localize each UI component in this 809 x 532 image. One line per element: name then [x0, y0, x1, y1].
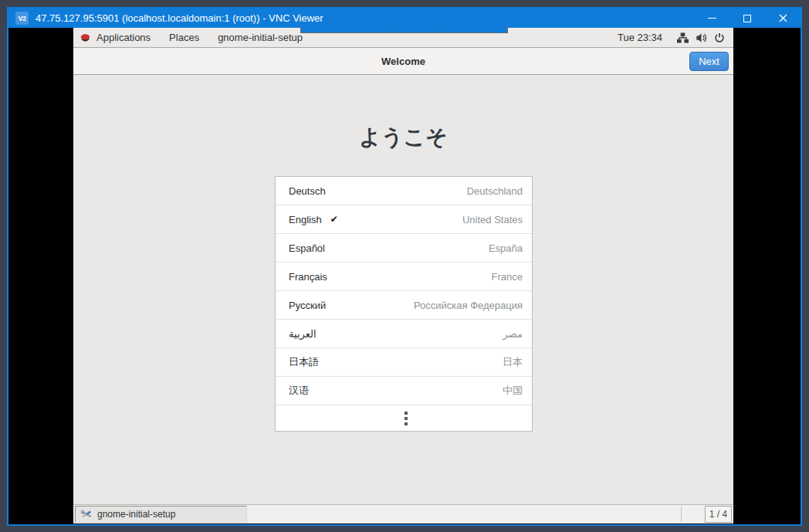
language-name: Deutsch	[289, 185, 326, 197]
language-row[interactable]: РусскийРоссийская Федерация	[276, 291, 532, 320]
power-icon[interactable]	[710, 28, 729, 47]
app-headerbar: Welcome Next	[73, 48, 733, 75]
language-name: 日本語	[289, 355, 319, 369]
check-icon: ✔	[330, 214, 338, 225]
appmenu-label: gnome-initial-setup	[218, 32, 303, 43]
network-wired-icon[interactable]	[673, 28, 692, 47]
maximize-icon	[743, 15, 751, 22]
system-tray: Tue 23:34	[607, 28, 733, 47]
vnc-toolbar-handle[interactable]	[300, 26, 508, 33]
language-name: العربية	[289, 328, 316, 340]
taskbar-window-button[interactable]: gnome-initial-setup	[75, 506, 247, 523]
window-list-taskbar: gnome-initial-setup 1 / 4	[73, 504, 733, 524]
toolbar-divider	[392, 27, 393, 32]
volume-icon[interactable]	[692, 28, 710, 47]
workspace-pager[interactable]: 1 / 4	[705, 506, 732, 523]
screen: V2 47.75.127.95:5901 (localhost.localdom…	[0, 0, 809, 532]
language-name: English	[289, 214, 322, 225]
places-menu-label: Places	[169, 32, 199, 43]
close-icon	[779, 14, 787, 22]
language-region: Deutschland	[467, 185, 523, 197]
taskbar-window-label: gnome-initial-setup	[97, 509, 175, 520]
page-title: Welcome	[73, 48, 733, 74]
language-name: Español	[289, 242, 325, 254]
vnc-logo-icon: V2	[15, 12, 29, 25]
tools-icon	[80, 509, 93, 520]
language-row[interactable]: 汉语中国	[276, 377, 532, 405]
language-name: Français	[289, 271, 327, 283]
language-region: مصر	[503, 328, 523, 340]
applications-menu-label: Applications	[96, 32, 151, 43]
next-button[interactable]: Next	[689, 52, 729, 71]
vnc-window-title: 47.75.127.95:5901 (localhost.localdomain…	[36, 12, 323, 24]
maximize-button[interactable]	[729, 8, 765, 28]
close-button[interactable]	[765, 8, 801, 28]
language-row[interactable]: EspañolEspaña	[276, 234, 532, 263]
language-name: 汉语	[289, 384, 309, 398]
language-region: United States	[462, 214, 523, 225]
language-row[interactable]: العربيةمصر	[276, 320, 532, 348]
language-list: DeutschDeutschlandEnglish✔United StatesE…	[275, 176, 533, 432]
minimize-button[interactable]	[694, 8, 729, 28]
remote-desktop: Applications Places gnome-initial-setup …	[73, 28, 733, 524]
language-row[interactable]: FrançaisFrance	[276, 263, 532, 291]
language-region: Российская Федерация	[414, 300, 523, 311]
language-region: 中国	[503, 384, 523, 398]
applications-menu[interactable]: Applications	[73, 28, 160, 47]
language-row[interactable]: DeutschDeutschland	[276, 177, 532, 205]
vnc-titlebar[interactable]: V2 47.75.127.95:5901 (localhost.localdom…	[8, 8, 801, 28]
language-region: España	[489, 242, 523, 254]
welcome-page: ようこそ DeutschDeutschlandEnglish✔United St…	[73, 75, 733, 504]
taskbar-separator	[681, 507, 682, 522]
language-name: Русский	[289, 300, 326, 311]
toolbar-divider	[438, 27, 439, 32]
language-region: France	[492, 271, 523, 283]
language-row[interactable]: 日本語日本	[276, 348, 532, 377]
language-region: 日本	[503, 355, 523, 369]
language-row[interactable]: English✔United States	[276, 205, 532, 234]
vertical-ellipsis-icon	[404, 412, 408, 425]
places-menu[interactable]: Places	[160, 28, 208, 47]
minimize-icon	[708, 18, 716, 19]
window-controls	[694, 8, 801, 28]
clock[interactable]: Tue 23:34	[607, 32, 673, 43]
redhat-icon	[80, 33, 91, 42]
vnc-viewer-window: V2 47.75.127.95:5901 (localhost.localdom…	[7, 7, 802, 526]
appmenu-gnome-initial-setup[interactable]: gnome-initial-setup	[208, 28, 312, 47]
welcome-heading: ようこそ	[73, 123, 733, 152]
language-more-row[interactable]	[276, 405, 532, 431]
